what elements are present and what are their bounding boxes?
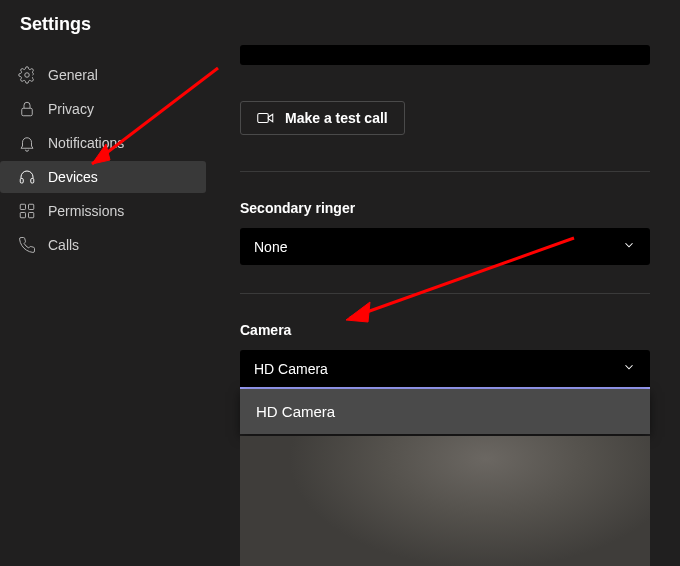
svg-rect-6 [20, 213, 25, 218]
camera-value: HD Camera [254, 361, 328, 377]
sidebar-item-notifications[interactable]: Notifications [0, 127, 206, 159]
page-title: Settings [20, 14, 660, 35]
secondary-ringer-select[interactable]: None [240, 228, 650, 265]
sidebar-item-label: Notifications [48, 135, 124, 151]
secondary-ringer-label: Secondary ringer [240, 200, 664, 216]
apps-icon [18, 202, 36, 220]
svg-rect-5 [29, 204, 34, 209]
camera-preview [240, 436, 650, 566]
svg-rect-7 [29, 213, 34, 218]
camera-label: Camera [240, 322, 664, 338]
camera-select[interactable]: HD Camera [240, 350, 650, 389]
secondary-ringer-value: None [254, 239, 287, 255]
camera-dropdown: HD Camera [240, 389, 650, 434]
sidebar-item-general[interactable]: General [0, 59, 206, 91]
bell-icon [18, 134, 36, 152]
divider [240, 171, 650, 172]
divider [240, 293, 650, 294]
svg-rect-1 [22, 108, 33, 116]
sidebar-item-label: Permissions [48, 203, 124, 219]
gear-icon [18, 66, 36, 84]
sidebar-item-devices[interactable]: Devices [0, 161, 206, 193]
sidebar-item-label: Privacy [48, 101, 94, 117]
prior-select-cutoff[interactable] [240, 45, 650, 65]
phone-icon [18, 236, 36, 254]
sidebar-item-privacy[interactable]: Privacy [0, 93, 206, 125]
camera-option[interactable]: HD Camera [240, 389, 650, 434]
svg-rect-4 [20, 204, 25, 209]
sidebar-item-label: Calls [48, 237, 79, 253]
svg-rect-3 [31, 179, 34, 184]
make-test-call-label: Make a test call [285, 110, 388, 126]
headset-icon [18, 168, 36, 186]
chevron-down-icon [622, 238, 636, 255]
sidebar-item-permissions[interactable]: Permissions [0, 195, 206, 227]
make-test-call-button[interactable]: Make a test call [240, 101, 405, 135]
sidebar-item-label: General [48, 67, 98, 83]
settings-sidebar: General Privacy Notifications Devices Pe [0, 45, 210, 566]
chevron-down-icon [622, 360, 636, 377]
sidebar-item-label: Devices [48, 169, 98, 185]
svg-rect-8 [258, 114, 269, 123]
svg-rect-2 [20, 179, 23, 184]
lock-icon [18, 100, 36, 118]
sidebar-item-calls[interactable]: Calls [0, 229, 206, 261]
settings-main: Make a test call Secondary ringer None C… [210, 45, 680, 566]
svg-point-0 [25, 73, 30, 78]
video-call-icon [257, 111, 275, 125]
settings-header: Settings [0, 0, 680, 45]
